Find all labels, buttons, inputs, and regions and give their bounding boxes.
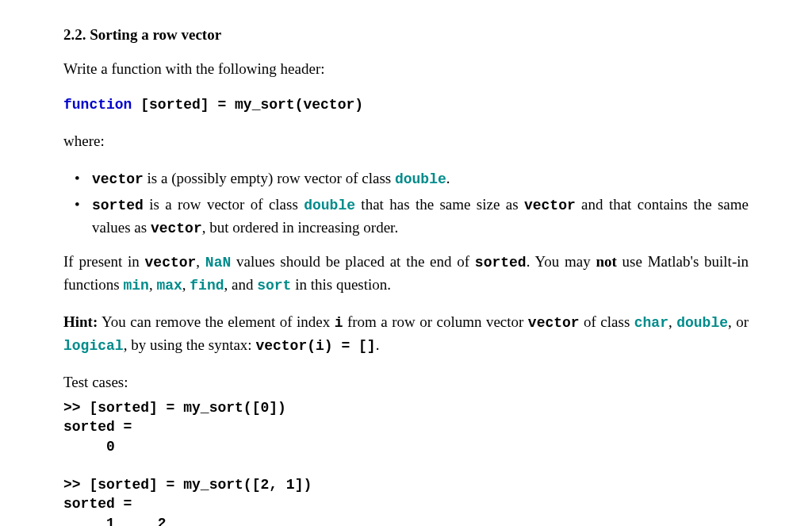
text: . xyxy=(376,336,380,353)
text: , xyxy=(182,276,190,293)
code-vector: vector xyxy=(528,315,580,331)
text: , by using the syntax: xyxy=(124,336,256,353)
section-number: 2.2. xyxy=(63,26,86,43)
where-text: where: xyxy=(63,132,105,149)
code-double: double xyxy=(304,198,355,213)
bullet-list: vector is a (possibly empty) row vector … xyxy=(63,167,749,240)
intro-text: Write a function with the following head… xyxy=(63,60,325,77)
code-vector: vector xyxy=(151,221,202,236)
text: of class xyxy=(580,313,634,330)
code-vector: vector xyxy=(92,171,144,187)
text: , xyxy=(149,276,157,293)
code-nan: NaN xyxy=(205,255,231,271)
code-double: double xyxy=(395,171,446,187)
text: in this question. xyxy=(291,276,391,293)
text: You can remove the element of index xyxy=(98,313,334,330)
function-signature: function [sorted] = my_sort(vector) xyxy=(63,94,749,116)
code-char: char xyxy=(634,315,668,331)
text: , xyxy=(668,313,676,330)
code-sort: sort xyxy=(257,278,291,294)
bullet-item-2: sorted is a row vector of class double t… xyxy=(81,194,749,240)
hint-label: Hint: xyxy=(63,313,98,330)
intro-paragraph: Write a function with the following head… xyxy=(63,58,749,81)
section-heading: 2.2. Sorting a row vector xyxy=(63,24,749,47)
code-vector: vector xyxy=(524,198,576,213)
keyword-function: function xyxy=(63,97,132,113)
code-sorted: sorted xyxy=(92,198,144,213)
text: values should be placed at the end of xyxy=(231,253,475,270)
text: is a (possibly empty) row vector of clas… xyxy=(144,170,395,186)
code-logical: logical xyxy=(63,338,124,354)
text: , or xyxy=(728,313,749,330)
where-label: where: xyxy=(63,130,749,153)
code-max: max xyxy=(156,278,182,294)
text: If present in xyxy=(63,253,145,270)
text: . xyxy=(446,170,450,186)
code-min: min xyxy=(123,278,148,294)
text: , and xyxy=(224,276,258,293)
section-title: Sorting a row vector xyxy=(90,26,221,43)
text: that has the same size as xyxy=(355,196,524,213)
code-double: double xyxy=(676,315,728,331)
emphasis-not: not xyxy=(596,253,616,270)
code-vector: vector xyxy=(145,255,197,271)
signature-rest: [sorted] = my_sort(vector) xyxy=(132,97,363,113)
code-find: find xyxy=(190,278,224,294)
code-remove-syntax: vector(i) = [] xyxy=(255,338,375,354)
bullet-item-1: vector is a (possibly empty) row vector … xyxy=(81,167,749,190)
text: , but ordered in increasing order. xyxy=(202,219,398,236)
testcases-label: Test cases: xyxy=(63,371,749,394)
text: . You may xyxy=(527,253,596,270)
code-i: i xyxy=(335,315,343,331)
code-sorted: sorted xyxy=(475,255,527,271)
testcases-block: >> [sorted] = my_sort([0]) sorted = 0 >>… xyxy=(63,398,749,526)
nan-paragraph: If present in vector, NaN values should … xyxy=(63,251,749,297)
text: , xyxy=(196,253,205,270)
hint-paragraph: Hint: You can remove the element of inde… xyxy=(63,311,749,357)
text: is a row vector of class xyxy=(144,196,304,213)
testcases-label-text: Test cases: xyxy=(63,374,128,390)
text: from a row or column vector xyxy=(343,313,528,330)
